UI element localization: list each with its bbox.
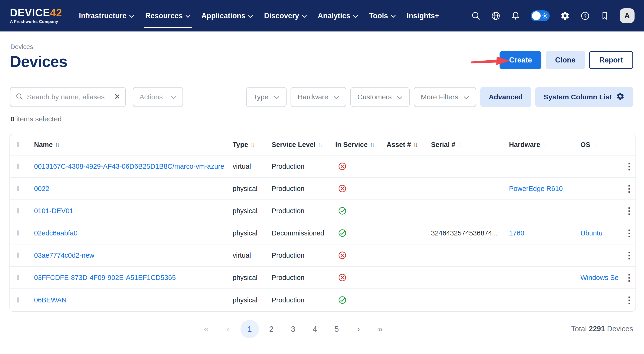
first-page-button[interactable]: « (197, 320, 216, 338)
sort-icon: ↑↓ (413, 141, 417, 148)
search-box: × (10, 87, 126, 107)
filter-label: Customers (358, 93, 392, 101)
device-name-link[interactable]: 02edc6aabfa0 (34, 229, 78, 237)
report-button[interactable]: Report (589, 51, 633, 69)
table-row: 03ae7774c0d2-new virtual Production ⋮ (10, 244, 636, 267)
device-name-link[interactable]: 03FFCDFE-873D-4F09-902E-A51EF1CD5365 (34, 274, 176, 281)
chevron-down-icon (248, 15, 253, 18)
device42-logo[interactable]: DEVICE42 A Freshworks Company (10, 8, 62, 24)
avatar-initial: A (624, 11, 630, 20)
search-icon[interactable] (471, 11, 481, 21)
nav-item-resources[interactable]: Resources (140, 0, 196, 32)
device-type: virtual (233, 163, 272, 170)
os-link[interactable]: Windows Se (580, 274, 618, 281)
globe-icon[interactable] (491, 11, 500, 21)
service-level: Production (272, 185, 335, 193)
nav-item-tools[interactable]: Tools (364, 0, 401, 32)
actions-label: Actions (140, 93, 163, 101)
gear-icon[interactable] (560, 11, 570, 21)
page-number-button[interactable]: 4 (306, 320, 324, 338)
row-checkbox[interactable] (17, 164, 19, 169)
nav-item-discovery[interactable]: Discovery (259, 0, 312, 32)
system-column-list-button[interactable]: System Column List (535, 87, 633, 107)
row-actions-menu[interactable]: ⋮ (623, 296, 636, 304)
nav-item-applications[interactable]: Applications (196, 0, 259, 32)
bell-icon[interactable] (511, 11, 520, 21)
row-actions-menu[interactable]: ⋮ (623, 163, 636, 170)
clear-search-icon[interactable]: × (114, 92, 120, 102)
row-checkbox[interactable] (17, 186, 19, 191)
row-checkbox[interactable] (17, 297, 19, 303)
filter-hardware[interactable]: Hardware (290, 87, 346, 107)
column-header-serial[interactable]: Serial #↑↓ (431, 141, 509, 149)
search-input[interactable] (27, 93, 110, 101)
in-service-yes-icon (338, 207, 346, 215)
column-header-service-level[interactable]: Service Level↑↓ (272, 141, 335, 149)
column-header-asset[interactable]: Asset #↑↓ (386, 141, 431, 149)
table-row: 0101-DEV01 physical Production ⋮ (10, 200, 636, 222)
table-row: 06BEWAN physical Production ⋮ (10, 289, 636, 311)
row-checkbox[interactable] (17, 230, 19, 236)
filter-type[interactable]: Type (246, 87, 286, 107)
pagination: « ‹ 12345 › » (0, 320, 615, 338)
filter-customers[interactable]: Customers (350, 87, 410, 107)
prev-page-button[interactable]: ‹ (219, 320, 237, 338)
next-page-button[interactable]: › (349, 320, 368, 338)
user-avatar[interactable]: A (620, 8, 634, 23)
page-number-button[interactable]: 3 (284, 320, 302, 338)
last-page-button[interactable]: » (371, 320, 390, 338)
hardware-link[interactable]: 1760 (509, 229, 524, 237)
column-header-os[interactable]: OS↑↓ (580, 141, 623, 149)
select-all-checkbox[interactable] (17, 142, 19, 147)
hardware-link[interactable]: PowerEdge R610 (509, 185, 563, 192)
column-header-name[interactable]: Name↑↓ (34, 141, 233, 149)
row-checkbox[interactable] (17, 208, 19, 213)
advanced-button[interactable]: Advanced (480, 87, 531, 107)
device-name-link[interactable]: 0013167C-4308-4929-AF43-06D6B25D1B8C/mar… (34, 163, 224, 170)
page-number-button[interactable]: 1 (240, 320, 259, 338)
row-checkbox[interactable] (17, 252, 19, 258)
help-icon[interactable]: ? (580, 11, 590, 21)
brand-tagline: A Freshworks Company (10, 20, 62, 24)
os-link[interactable]: Ubuntu (580, 229, 603, 237)
theme-toggle[interactable] (531, 11, 550, 21)
total-devices: Total 2291 Devices (571, 325, 633, 333)
row-actions-menu[interactable]: ⋮ (623, 252, 636, 259)
column-header-hardware[interactable]: Hardware↑↓ (509, 141, 580, 149)
column-header-type[interactable]: Type↑↓ (233, 141, 272, 149)
device-type: physical (233, 185, 272, 193)
top-navbar: DEVICE42 A Freshworks Company Infrastruc… (0, 0, 644, 32)
row-actions-menu[interactable]: ⋮ (623, 185, 636, 192)
row-actions-menu[interactable]: ⋮ (623, 207, 636, 214)
nav-item-infrastructure[interactable]: Infrastructure (74, 0, 140, 32)
sort-icon: ↑↓ (370, 141, 374, 148)
page-number-button[interactable]: 2 (262, 320, 281, 338)
selected-count: 0 (10, 115, 14, 123)
column-header-in-service[interactable]: In Service↑↓ (335, 141, 386, 149)
nav-item-insights[interactable]: Insights+ (401, 0, 444, 32)
service-level: Production (272, 251, 335, 259)
in-service-no-icon (338, 184, 346, 193)
row-checkbox[interactable] (17, 275, 19, 280)
in-service-no-icon (338, 251, 346, 260)
nav-item-analytics[interactable]: Analytics (312, 0, 364, 32)
service-level: Production (272, 163, 335, 170)
bookmark-icon[interactable] (600, 11, 609, 20)
device-name-link[interactable]: 03ae7774c0d2-new (34, 251, 94, 259)
row-actions-menu[interactable]: ⋮ (623, 229, 636, 237)
actions-dropdown[interactable]: Actions (133, 87, 183, 107)
device-name-link[interactable]: 0101-DEV01 (34, 207, 73, 215)
device-type: physical (233, 229, 272, 237)
page-number-button[interactable]: 5 (328, 320, 346, 338)
table-row: 0013167C-4308-4929-AF43-06D6B25D1B8C/mar… (10, 155, 636, 178)
filter-more-filters[interactable]: More Filters (414, 87, 476, 107)
row-actions-menu[interactable]: ⋮ (623, 274, 636, 281)
create-button[interactable]: Create (500, 51, 542, 69)
filter-label: More Filters (421, 93, 458, 101)
breadcrumb[interactable]: Devices (10, 43, 33, 51)
clone-button[interactable]: Clone (546, 51, 585, 69)
device-name-link[interactable]: 0022 (34, 185, 50, 192)
page-title: Devices (10, 53, 68, 71)
device-name-link[interactable]: 06BEWAN (34, 296, 67, 304)
table-row: 0022 physical Production PowerEdge R610 … (10, 178, 636, 200)
